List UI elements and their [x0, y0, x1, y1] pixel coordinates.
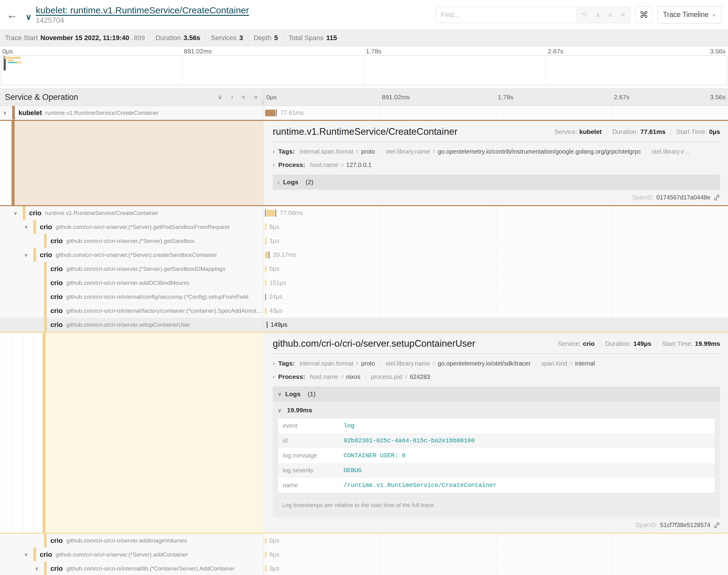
spanid-row: SpanID: 51cf7f38e5128574	[273, 521, 720, 529]
span-duration-label: 0μs	[269, 537, 279, 544]
deep-link-icon[interactable]	[714, 522, 720, 529]
collapse-children-chevron-icon[interactable]: ∨	[34, 566, 44, 571]
find-next-icon[interactable]: ∨	[608, 11, 613, 19]
span-row[interactable]: criogithub.com/cri-o/cri-o/internal/conf…	[0, 290, 728, 304]
span-accent-bar	[44, 262, 47, 276]
span-timeline-cell[interactable]: 77.61ms	[264, 106, 728, 120]
find-input[interactable]	[436, 7, 576, 23]
span-accent-bar	[33, 248, 36, 262]
expand-all-icon[interactable]: »	[254, 93, 258, 101]
chevron-right-icon: ›	[273, 162, 274, 168]
service-operation-header: Service & Operation ∨ › » »	[0, 89, 264, 106]
chevron-down-icon: ∨	[712, 12, 716, 18]
span-duration-bar	[265, 266, 266, 272]
collapse-children-chevron-icon[interactable]: ∨	[13, 210, 23, 216]
log-field-key: event	[283, 422, 343, 429]
span-detail-meta: Service:crio Duration:149μs Start Time:1…	[558, 340, 720, 348]
span-timeline-cell[interactable]: 0μs	[264, 262, 728, 276]
back-arrow-icon[interactable]: ←	[7, 8, 24, 21]
log-field-value: log	[343, 422, 355, 429]
span-duration-label: 149μs	[271, 321, 287, 328]
span-timeline-cell[interactable]: 6μs	[264, 548, 728, 561]
span-row[interactable]: ∨criogithub.com/cri-o/cri-o/server.(*Ser…	[0, 220, 728, 234]
collapse-all-icon[interactable]: »	[240, 95, 247, 99]
keyboard-shortcuts-button[interactable]: ⌘	[635, 6, 652, 23]
span-timeline-cell[interactable]: 151μs	[264, 276, 728, 290]
services-value: 3	[239, 34, 243, 42]
service-name: crio	[51, 321, 63, 329]
span-duration-bar	[265, 238, 266, 244]
log-field-row: name/runtime.v1.RuntimeService/CreateCon…	[278, 478, 715, 493]
tag-key-value: otel.library.v…	[652, 148, 690, 155]
chevron-right-icon: ›	[273, 374, 274, 380]
span-row[interactable]: ∨criogithub.com/cri-o/cri-o/server.(*Ser…	[0, 548, 728, 562]
log-field-value: CONTAINER USER: 0	[343, 452, 405, 459]
expand-one-icon[interactable]: ›	[231, 93, 233, 101]
span-timeline-cell[interactable]: 0μs	[264, 534, 728, 547]
tags-accordion[interactable]: › Tags: internal.span.format=protootel.l…	[273, 360, 720, 367]
collapse-one-icon[interactable]: ∨	[218, 93, 222, 101]
trace-title-block: kubelet: runtime.v1.RuntimeService/Creat…	[36, 5, 249, 25]
span-row[interactable]: criogithub.com/cri-o/cri-o/server.addOCI…	[0, 276, 728, 290]
chevron-right-icon: ›	[273, 360, 274, 367]
trace-start-value: November 15 2022, 11:19:40	[40, 34, 129, 42]
span-accent-bar	[44, 276, 47, 290]
minimap-span	[16, 62, 21, 63]
spanid-value: 51cf7f38e5128574	[660, 521, 710, 529]
tags-accordion[interactable]: › Tags: internal.span.format=protootel.l…	[273, 148, 720, 155]
span-row[interactable]: criogithub.com/cri-o/cri-o/server.addIma…	[0, 534, 728, 548]
trace-title-link[interactable]: kubelet: runtime.v1.RuntimeService/Creat…	[36, 5, 249, 15]
service-name: crio	[51, 307, 63, 315]
span-row[interactable]: ∨crioruntime.v1.RuntimeService/CreateCon…	[0, 206, 728, 220]
tag-key-value: host.name=nixos	[310, 373, 361, 380]
operation-name: github.com/cri-o/cri-o/server.(*Server).…	[66, 266, 225, 272]
logs-accordion[interactable]: › Logs (2)	[273, 175, 720, 190]
trace-summary-bar: Trace Start November 15 2022, 11:19:40 .…	[0, 30, 728, 46]
span-duration-bar	[265, 565, 266, 572]
span-row[interactable]: criogithub.com/cri-o/cri-o/server.setupC…	[0, 318, 728, 332]
tag-key-value: internal.span.format=proto	[299, 360, 375, 367]
span-timeline-cell[interactable]: 24μs	[264, 290, 728, 304]
service-name: crio	[51, 237, 63, 245]
span-timeline-cell[interactable]: 1μs	[264, 234, 728, 248]
find-prev-icon[interactable]: ∧	[595, 11, 600, 19]
collapse-trace-chevron-icon[interactable]: ∨	[26, 12, 32, 22]
span-timeline-cell[interactable]: 20.17ms	[264, 248, 728, 262]
trace-view-dropdown[interactable]: Trace Timeline ∨	[657, 6, 721, 23]
span-row[interactable]: ∨criogithub.com/cri-o/cri-o/internal/lib…	[0, 562, 728, 575]
span-duration-label: 43μs	[269, 307, 283, 314]
process-accordion[interactable]: › Process: host.name=127.0.0.1	[273, 161, 720, 168]
operation-name: github.com/cri-o/cri-o/internal/lib.(*Co…	[66, 565, 234, 572]
duration-value: 77.61ms	[640, 128, 665, 135]
span-timeline-cell[interactable]: 149μs	[264, 318, 728, 332]
span-row[interactable]: criogithub.com/cri-o/cri-o/server.(*Serv…	[0, 262, 728, 276]
span-timeline-cell[interactable]: 43μs	[264, 304, 728, 317]
services-label: Services	[211, 34, 236, 42]
logs-accordion[interactable]: ∨ Logs (1)	[273, 386, 720, 402]
collapse-children-chevron-icon[interactable]: ∨	[24, 552, 33, 557]
operation-name: github.com/cri-o/cri-o/server.addOCIBind…	[66, 280, 190, 286]
log-entry-timestamp[interactable]: ∨ 19.99ms	[277, 407, 715, 414]
span-duration-bar	[265, 537, 266, 544]
locate-crosshair-icon[interactable]	[581, 10, 588, 20]
span-row[interactable]: criogithub.com/cri-o/cri-o/server.(*Serv…	[0, 234, 728, 248]
collapse-children-chevron-icon[interactable]: ∨	[24, 252, 33, 258]
axis-tick-label: 1.78s	[366, 48, 382, 55]
collapse-children-chevron-icon[interactable]: ∨	[2, 110, 12, 116]
span-row[interactable]: ∨criogithub.com/cri-o/cri-o/server.(*Ser…	[0, 248, 728, 262]
process-accordion[interactable]: › Process: host.name=nixosprocess.pid=62…	[273, 373, 720, 380]
find-clear-icon[interactable]: ✕	[620, 11, 626, 19]
deep-link-icon[interactable]	[714, 194, 720, 201]
span-timeline-cell[interactable]: 8μs	[264, 220, 728, 234]
span-timeline-cell[interactable]: 77.08ms	[264, 206, 728, 220]
minimap-canvas[interactable]	[1, 56, 727, 85]
axis-tick-label: 2.67s	[548, 48, 563, 55]
collapse-children-chevron-icon[interactable]: ∨	[24, 224, 33, 230]
span-color-stripe	[42, 333, 45, 533]
span-duration-label: 1μs	[269, 237, 279, 244]
span-row[interactable]: criogithub.com/cri-o/cri-o/internal/fact…	[0, 304, 728, 318]
span-timeline-cell[interactable]: 3μs	[264, 562, 728, 575]
span-row[interactable]: ∨kubeletruntime.v1.RuntimeService/Create…	[0, 106, 728, 120]
service-name: crio	[51, 265, 63, 273]
span-duration-label: 3μs	[269, 565, 279, 572]
